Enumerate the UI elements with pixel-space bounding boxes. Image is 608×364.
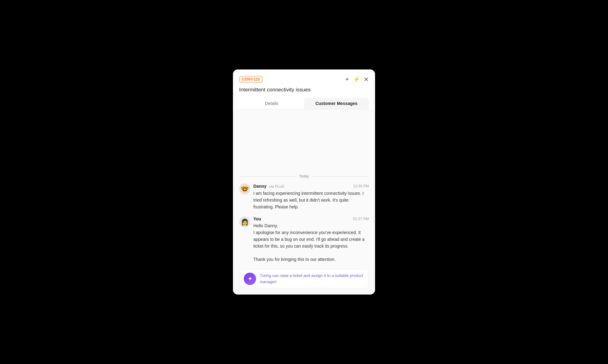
- message-content-danny: Danny via PLuG 12:30 PM I am facing expe…: [253, 183, 369, 210]
- tab-customer-messages[interactable]: Customer Messages: [304, 98, 369, 109]
- message-item: 🤓 Danny via PLuG 12:30 PM I am facing ex…: [239, 183, 369, 210]
- message-meta-you: You 01:27 PM: [253, 216, 369, 221]
- avatar-danny: 🤓: [239, 183, 250, 195]
- ai-suggestion-text: Turing can raise a ticket and assign it …: [260, 273, 364, 285]
- message-text-you: Hello Danny, I apologise for any inconve…: [253, 223, 369, 263]
- message-time-danny: 12:30 PM: [353, 184, 369, 188]
- message-item: 👩 You 01:27 PM Hello Danny, I apologise …: [239, 216, 369, 263]
- ai-suggestion-banner[interactable]: ✦ Turing can raise a ticket and assign i…: [239, 269, 369, 288]
- message-sender-danny: Danny via PLuG: [253, 183, 285, 189]
- avatar-emoji-you: 👩: [241, 218, 249, 226]
- avatar-you: 👩: [239, 216, 250, 228]
- modal-title: Intermittent connectivity issues: [239, 87, 369, 93]
- close-button[interactable]: ✕: [364, 76, 369, 83]
- message-text-danny: I am facing experiencing intermittent co…: [253, 190, 369, 210]
- lightning-icon[interactable]: ⚡: [353, 76, 360, 83]
- sparkle-icon[interactable]: ✦: [345, 76, 349, 83]
- modal-body: Today 🤓 Danny via PLuG 12:30 PM I am fac…: [233, 109, 375, 294]
- modal-container: CONV-123 ✦ ⚡ ✕ Intermittent connectivity…: [233, 69, 375, 294]
- message-time-you: 01:27 PM: [353, 217, 369, 221]
- header-top: CONV-123 ✦ ⚡ ✕: [239, 76, 369, 83]
- sparkle-ai-icon: ✦: [248, 275, 252, 282]
- avatar-emoji-danny: 🤓: [241, 185, 249, 193]
- conv-id-badge: CONV-123: [239, 76, 263, 83]
- tab-bar: Details Customer Messages: [239, 98, 369, 109]
- message-sender-you: You: [253, 216, 261, 221]
- message-content-you: You 01:27 PM Hello Danny, I apologise fo…: [253, 216, 369, 263]
- header-actions: ✦ ⚡ ✕: [345, 76, 369, 83]
- modal-header: CONV-123 ✦ ⚡ ✕ Intermittent connectivity…: [233, 69, 375, 109]
- empty-space: [239, 109, 369, 171]
- date-divider: Today: [239, 174, 369, 178]
- ai-avatar-icon: ✦: [244, 273, 256, 285]
- tab-details[interactable]: Details: [239, 98, 304, 109]
- message-meta-danny: Danny via PLuG 12:30 PM: [253, 183, 369, 189]
- date-label: Today: [299, 174, 309, 178]
